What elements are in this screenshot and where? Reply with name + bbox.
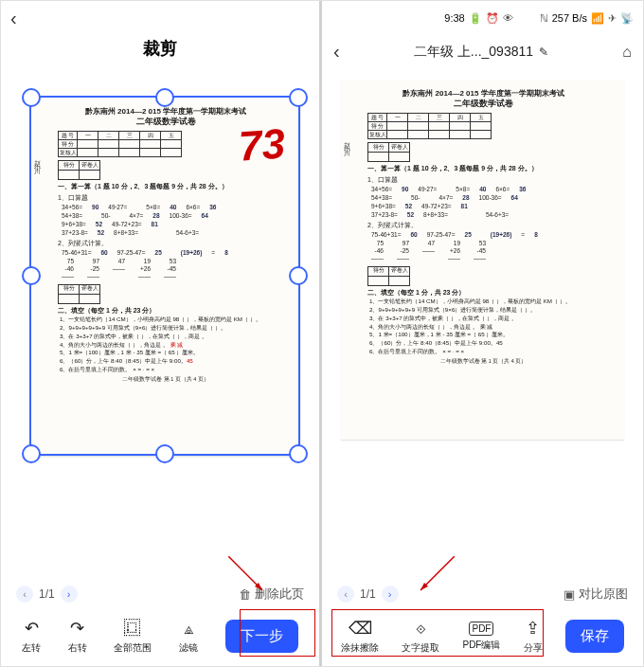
nfc-icon: ℕ <box>540 12 548 25</box>
page-title: 裁剪 <box>1 35 319 67</box>
erase-icon: ⌫ <box>349 618 372 639</box>
crop-handle-tm[interactable] <box>155 88 174 107</box>
rotate-left-icon: ↶ <box>25 618 39 639</box>
pager-next[interactable]: › <box>61 586 78 603</box>
crop-handle-tr[interactable] <box>289 88 308 107</box>
save-button[interactable]: 保存 <box>565 620 624 653</box>
exam-header: 黔东南州 2014—2 015 学年度第一学期期末考试 <box>39 107 293 117</box>
rotate-right-button[interactable]: ↷右转 <box>68 618 87 655</box>
pager-prev[interactable]: ‹ <box>16 586 33 603</box>
arrow-annotation <box>417 556 455 594</box>
select-all-icon: ⿴ <box>124 619 141 639</box>
eye-icon: 👁 <box>503 12 513 24</box>
sub2: 2、列竖式计算。 <box>367 222 618 230</box>
pager-label: 1/1 <box>39 587 55 601</box>
rename-icon[interactable]: ✎ <box>539 45 548 59</box>
page-footer: 二年级数学试卷 第 1 页（共 4 页） <box>39 376 293 383</box>
section-2: 二、填空（每空 1 分，共 23 分） <box>58 307 293 315</box>
ocr-icon: ⟐ <box>416 619 426 639</box>
battery-icon: 🔋 <box>469 12 482 25</box>
clock-icon: ⏰ <box>486 12 499 25</box>
section-1: 一、算一算（1 题 10 分，2、3 题每题 9 分，共 28 分。） <box>58 183 293 191</box>
crop-handle-bm[interactable] <box>155 444 174 463</box>
erase-button[interactable]: ⌫涂抹擦除 <box>341 618 379 655</box>
compare-icon: ▣ <box>564 587 575 602</box>
section-2: 二、填空（每空 1 分，共 23 分） <box>367 289 618 297</box>
pager-prev[interactable]: ‹ <box>337 586 354 603</box>
wifi-icon: 📶 <box>591 12 604 25</box>
select-all-button[interactable]: ⿴全部范围 <box>114 619 152 655</box>
crop-handle-mr[interactable] <box>289 266 308 285</box>
rotate-left-button[interactable]: ↶左转 <box>22 618 41 655</box>
signal-icon: 📡 <box>620 12 634 25</box>
net-speed: 257 B/s <box>552 12 587 24</box>
sub2: 2、列竖式计算。 <box>58 240 293 248</box>
crop-page[interactable]: 73 赵小川 黔东南州 2014—2 015 学年度第一学期期末考试 二年级数学… <box>29 96 300 456</box>
sub1: 1、口算题 <box>58 194 293 203</box>
filter-icon: ⟁ <box>184 619 194 639</box>
crop-handle-ml[interactable] <box>22 266 41 285</box>
filter-button[interactable]: ⟁滤镜 <box>179 619 198 655</box>
score-grid: 题 号一二三四五 得 分 复核人 <box>58 131 182 157</box>
share-button[interactable]: ⇪分享 <box>524 618 543 655</box>
side-label: 赵小川 <box>33 154 42 166</box>
score-grid: 题 号一二三四五 得 分 复核人 <box>367 113 492 139</box>
result-page[interactable]: 赵小川 黔东南州 2014—2 015 学年度第一学期期末考试 二年级数学试卷 … <box>341 80 624 440</box>
doc-title: 二年级 上..._093811 <box>414 44 533 61</box>
crop-handle-bl[interactable] <box>22 444 41 463</box>
handwritten-score: 73 <box>237 117 287 171</box>
pager-next[interactable]: › <box>382 586 399 603</box>
airplane-icon: ✈ <box>608 12 617 25</box>
crop-handle-tl[interactable] <box>22 88 41 107</box>
share-icon: ⇪ <box>526 618 540 639</box>
pager-label: 1/1 <box>360 587 376 601</box>
ocr-button[interactable]: ⟐文字提取 <box>402 619 439 655</box>
next-step-button[interactable]: 下一步 <box>225 620 298 653</box>
pdf-icon: PDF <box>469 622 493 636</box>
exam-header: 黔东南州 2014—2 015 学年度第一学期期末考试 <box>349 89 618 99</box>
arrow-annotation <box>228 556 266 594</box>
side-label: 赵小川 <box>343 136 351 148</box>
compare-label: 对比原图 <box>579 586 628 603</box>
crop-handle-br[interactable] <box>289 444 308 463</box>
exam-subtitle: 二年级数学试卷 <box>349 99 618 109</box>
home-button[interactable]: ⌂ <box>622 44 632 61</box>
section-1: 一、算一算（1 题 10 分，2、3 题每题 9 分，共 28 分。） <box>367 165 618 173</box>
status-time: 9:38 <box>444 12 464 24</box>
sub1: 1、口算题 <box>367 176 618 185</box>
back-button[interactable]: ‹ <box>10 8 17 29</box>
page-footer: 二年级数学试卷 第 1 页（共 4 页） <box>349 358 618 365</box>
rotate-right-icon: ↷ <box>70 618 84 639</box>
pdf-edit-button[interactable]: PDFPDF编辑 <box>462 622 500 652</box>
compare-button[interactable]: ▣ 对比原图 <box>564 586 628 603</box>
back-button[interactable]: ‹ <box>333 41 340 63</box>
